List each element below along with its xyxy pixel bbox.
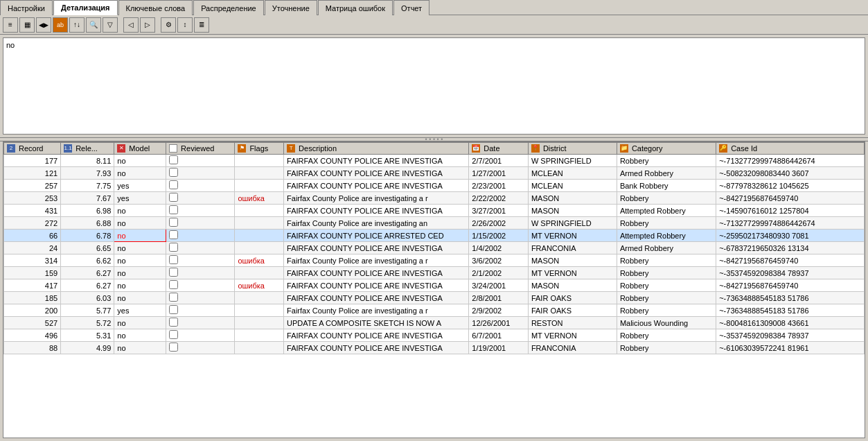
table-row[interactable]: 2537.67yesошибкаFairfax County Police ar… [4, 192, 865, 205]
cell-flags [235, 317, 284, 329]
cell-category: Attempted Robbery [617, 230, 716, 242]
cell-district: MASON [528, 192, 617, 205]
table-row[interactable]: 2577.75yesFAIRFAX COUNTY POLICE ARE INVE… [4, 180, 865, 192]
toolbar-btn-sort[interactable]: ↑↓ [69, 17, 85, 33]
col-date[interactable]: 📅Date [469, 143, 529, 155]
table-row[interactable]: 666.78noFAIRFAX COUNTY POLICE ARRESTED C… [4, 230, 865, 242]
cell-date: 3/27/2001 [469, 205, 529, 217]
toolbar-btn-resize[interactable]: ↕ [177, 17, 193, 33]
cell-category: Robbery [617, 279, 716, 292]
col-relevance[interactable]: 1.1Rele... [61, 143, 114, 155]
cell-caseid: ~-84271956876459740 [716, 254, 865, 267]
cell-district: FRANCONIA [528, 342, 617, 354]
table-row[interactable]: 4316.98noFAIRFAX COUNTY POLICE ARE INVES… [4, 205, 865, 217]
cell-district: MT VERNON [528, 329, 617, 342]
cell-district: FRANCONIA [528, 242, 617, 254]
cell-record: 24 [4, 242, 61, 254]
cell-caseid: ~-84271956876459740 [716, 279, 865, 292]
cell-caseid: ~-67837219650326 13134 [716, 242, 865, 254]
tab-report[interactable]: Отчет [393, 0, 429, 15]
tab-keywords[interactable]: Ключевые слова [118, 0, 193, 15]
table-row[interactable]: 2726.88noFairfax County Police are inves… [4, 217, 865, 230]
cell-record: 159 [4, 267, 61, 279]
cell-date: 12/26/2001 [469, 317, 529, 329]
table-row[interactable]: 2005.77yesFairfax County Police are inve… [4, 304, 865, 317]
cell-model: no [114, 279, 166, 292]
table-row[interactable]: 1217.93noFAIRFAX COUNTY POLICE ARE INVES… [4, 167, 865, 180]
col-category[interactable]: 📁Category [617, 143, 716, 155]
table-row[interactable]: 4965.31noFAIRFAX COUNTY POLICE ARE INVES… [4, 329, 865, 342]
cell-caseid: ~-259502173480930 7081 [716, 230, 865, 242]
table-row[interactable]: 246.65noFAIRFAX COUNTY POLICE ARE INVEST… [4, 242, 865, 254]
cell-caseid: ~-35374592098384 78937 [716, 267, 865, 279]
cell-flags [235, 267, 284, 279]
cell-record: 314 [4, 254, 61, 267]
cell-reviewed [166, 317, 235, 329]
cell-description: Fairfax County Police are investigating … [284, 304, 469, 317]
tab-refinement[interactable]: Уточнение [265, 0, 317, 15]
cell-model: yes [114, 192, 166, 205]
cell-caseid: ~-713277299974886442674 [716, 217, 865, 230]
table-row[interactable]: 1778.11noFAIRFAX COUNTY POLICE ARE INVES… [4, 155, 865, 167]
cell-date: 3/6/2002 [469, 254, 529, 267]
col-record[interactable]: 2Record [4, 143, 61, 155]
toolbar-btn-grid[interactable]: ▦ [19, 17, 35, 33]
tab-distribution[interactable]: Распределение [193, 0, 264, 15]
toolbar-btn-list[interactable]: ≣ [194, 17, 209, 33]
cell-district: W SPRINGFIELD [528, 155, 617, 167]
table-body: 1778.11noFAIRFAX COUNTY POLICE ARE INVES… [4, 155, 865, 354]
toolbar-btn-arrows[interactable]: ◀▶ [36, 17, 51, 33]
cell-relevance: 6.27 [61, 279, 114, 292]
table-row[interactable]: 1596.27noFAIRFAX COUNTY POLICE ARE INVES… [4, 267, 865, 279]
toolbar-btn-ab[interactable]: ab [53, 17, 68, 33]
cell-model: no [114, 205, 166, 217]
col-model[interactable]: ✕Model [114, 143, 166, 155]
col-caseid[interactable]: 🔑Case Id [716, 143, 865, 155]
toolbar-btn-prev[interactable]: ◁ [123, 17, 139, 33]
tab-error-matrix[interactable]: Матрица ошибок [318, 0, 393, 15]
table-row[interactable]: 884.99noFAIRFAX COUNTY POLICE ARE INVEST… [4, 342, 865, 354]
cell-district: FAIR OAKS [528, 304, 617, 317]
cell-caseid: ~-877978328612 1045625 [716, 180, 865, 192]
cell-record: 253 [4, 192, 61, 205]
toolbar-btn-filter[interactable]: ▽ [103, 17, 118, 33]
toolbar-btn-menu[interactable]: ≡ [3, 17, 18, 33]
toolbar-btn-settings[interactable]: ⚙ [161, 17, 176, 33]
col-description[interactable]: TDescription [284, 143, 469, 155]
toolbar-btn-search[interactable]: 🔍 [86, 17, 101, 33]
table-row[interactable]: 3146.62noошибкаFairfax County Police are… [4, 254, 865, 267]
cell-reviewed [166, 342, 235, 354]
cell-district: MT VERNON [528, 267, 617, 279]
cell-reviewed [166, 267, 235, 279]
col-reviewed[interactable]: Reviewed [166, 143, 235, 155]
cell-model: no [114, 155, 166, 167]
table-row[interactable]: 4176.27noошибкаFAIRFAX COUNTY POLICE ARE… [4, 279, 865, 292]
cell-model: no [114, 217, 166, 230]
col-district[interactable]: 📍District [528, 143, 617, 155]
cell-record: 88 [4, 342, 61, 354]
cell-description: FAIRFAX COUNTY POLICE ARE INVESTIGA [284, 155, 469, 167]
cell-category: Attempted Robbery [617, 205, 716, 217]
col-flags[interactable]: ⚑Flags [235, 143, 284, 155]
cell-relevance: 7.75 [61, 180, 114, 192]
cell-category: Robbery [617, 192, 716, 205]
cell-date: 2/9/2002 [469, 304, 529, 317]
table-row[interactable]: 5275.72noUPDATE A COMPOSITE SKETCH IS NO… [4, 317, 865, 329]
tab-nastroyki[interactable]: Настройки [0, 0, 53, 15]
cell-date: 2/7/2001 [469, 155, 529, 167]
cell-date: 2/26/2002 [469, 217, 529, 230]
cell-category: Malicious Wounding [617, 317, 716, 329]
cell-district: RESTON [528, 317, 617, 329]
cell-relevance: 8.11 [61, 155, 114, 167]
tab-detalizaciya[interactable]: Детализация [53, 0, 118, 15]
toolbar-btn-next[interactable]: ▷ [140, 17, 155, 33]
table-header-row: 2Record 1.1Rele... ✕Model Reviewed ⚑Flag… [4, 143, 865, 155]
cell-caseid: ~-145907616012 1257804 [716, 205, 865, 217]
cell-reviewed [166, 155, 235, 167]
cell-district: FAIR OAKS [528, 292, 617, 304]
cell-relevance: 6.62 [61, 254, 114, 267]
cell-reviewed [166, 230, 235, 242]
cell-reviewed [166, 205, 235, 217]
cell-record: 527 [4, 317, 61, 329]
table-row[interactable]: 1856.03noFAIRFAX COUNTY POLICE ARE INVES… [4, 292, 865, 304]
